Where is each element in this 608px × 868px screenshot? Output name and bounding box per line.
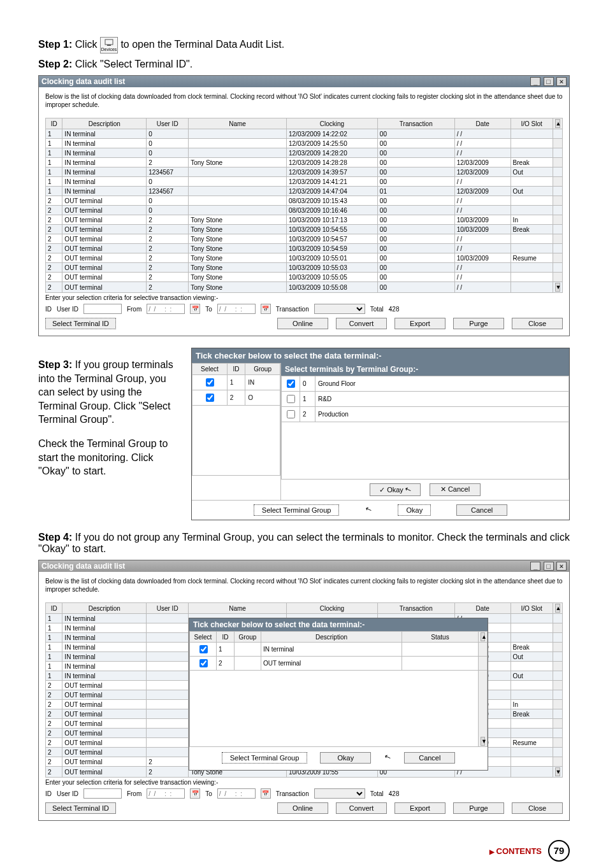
- export-button[interactable]: Export: [394, 318, 445, 329]
- online-button[interactable]: Online: [277, 318, 328, 329]
- table-row[interactable]: 2OUT terminal2Tony Stone10/03/2009 10:55…: [46, 273, 563, 282]
- filter-userid-input[interactable]: [83, 304, 122, 314]
- convert-button[interactable]: Convert: [336, 802, 387, 814]
- svg-rect-1: [107, 45, 111, 46]
- filter-trans-select[interactable]: [314, 788, 365, 799]
- col-desc[interactable]: Description: [62, 118, 147, 129]
- select-terminal-id-button[interactable]: Select Terminal ID: [45, 802, 116, 814]
- list-item[interactable]: 2OUT terminal: [190, 657, 488, 671]
- close-button[interactable]: Close: [512, 318, 563, 329]
- close-icon[interactable]: ×: [556, 562, 567, 571]
- table-row[interactable]: 2OUT terminal2Tony Stone10/03/2009 10:54…: [46, 244, 563, 253]
- clocking-audit-window: Clocking data audit list _ □ × Below is …: [38, 75, 570, 336]
- convert-button[interactable]: Convert: [336, 318, 387, 329]
- filter-to-input[interactable]: [217, 304, 256, 314]
- list-item[interactable]: 2O: [192, 390, 280, 406]
- cancel-button[interactable]: ✕ Cancel: [430, 483, 481, 496]
- col-id[interactable]: ID: [46, 603, 62, 614]
- minimize-icon[interactable]: _: [530, 77, 540, 86]
- calendar-icon[interactable]: 📅: [261, 788, 271, 799]
- maximize-icon[interactable]: □: [544, 77, 554, 86]
- calendar-icon[interactable]: 📅: [261, 304, 271, 314]
- cancel-button[interactable]: Cancel: [404, 752, 455, 764]
- col-slot[interactable]: I/O Slot: [510, 603, 553, 614]
- list-item[interactable]: 1IN terminal: [190, 643, 488, 657]
- filter-id-label: ID: [45, 790, 52, 797]
- close-button[interactable]: Close: [512, 802, 563, 814]
- scroll-up-icon[interactable]: ▲: [555, 119, 560, 128]
- col-desc[interactable]: Description: [62, 603, 147, 614]
- devices-icon-button[interactable]: Devices: [100, 37, 118, 53]
- table-row[interactable]: 1IN terminal012/03/2009 14:25:5000/ /: [46, 139, 563, 148]
- purge-button[interactable]: Purge: [453, 318, 504, 329]
- export-button[interactable]: Export: [394, 802, 445, 814]
- table-row[interactable]: 1IN terminal012/03/2009 14:28:2000/ /: [46, 148, 563, 158]
- table-row[interactable]: 1IN terminal2Tony Stone12/03/2009 14:28:…: [46, 158, 563, 167]
- scroll-down-icon[interactable]: ▼: [481, 737, 485, 746]
- filter-from-input[interactable]: [147, 788, 185, 799]
- col-clock[interactable]: Clocking: [286, 118, 377, 129]
- col-id[interactable]: ID: [46, 118, 62, 129]
- col-user[interactable]: User ID: [147, 118, 189, 129]
- contents-link[interactable]: CONTENTS: [489, 846, 542, 856]
- filter-to-input[interactable]: [217, 788, 256, 799]
- okay-button[interactable]: Okay: [398, 504, 431, 516]
- scroll-down-icon[interactable]: ▼: [555, 283, 560, 292]
- okay-button[interactable]: ✓ Okay↖: [370, 483, 421, 496]
- select-terminal-group-button[interactable]: Select Terminal Group: [222, 752, 308, 764]
- col-trans[interactable]: Transaction: [377, 118, 454, 129]
- maximize-icon[interactable]: □: [544, 562, 554, 571]
- col-trans[interactable]: Transaction: [377, 603, 454, 614]
- checkbox[interactable]: [206, 394, 214, 402]
- scroll-up-icon[interactable]: ▲: [481, 632, 485, 641]
- col-slot[interactable]: I/O Slot: [510, 118, 553, 129]
- table-row[interactable]: 2OUT terminal2Tony Stone10/03/2009 10:17…: [46, 215, 563, 225]
- checkbox[interactable]: [199, 659, 208, 667]
- calendar-icon[interactable]: 📅: [190, 304, 200, 314]
- checkbox[interactable]: [206, 378, 214, 387]
- list-item[interactable]: 0Ground Floor: [282, 376, 569, 392]
- purge-button[interactable]: Purge: [453, 802, 504, 814]
- col-name[interactable]: Name: [189, 118, 287, 129]
- scroll-down-icon[interactable]: ▼: [555, 767, 560, 776]
- checkbox[interactable]: [199, 645, 208, 653]
- okay-button[interactable]: Okay: [320, 752, 371, 764]
- col-clock[interactable]: Clocking: [286, 603, 377, 614]
- filter-from-input[interactable]: [147, 304, 185, 314]
- calendar-icon[interactable]: 📅: [190, 788, 200, 799]
- scroll-up-icon[interactable]: ▲: [555, 604, 560, 613]
- window-controls: _ □ ×: [530, 562, 567, 571]
- table-row[interactable]: 2OUT terminal008/03/2009 10:15:4300/ /: [46, 196, 563, 206]
- table-row[interactable]: 2OUT terminal008/03/2009 10:16:4600/ /: [46, 206, 563, 215]
- checkbox[interactable]: [287, 395, 295, 403]
- table-row[interactable]: 1IN terminal012/03/2009 14:22:0200/ /: [46, 129, 563, 139]
- select-terminal-group-button[interactable]: Select Terminal Group: [254, 504, 340, 516]
- step2-text: Click "Select Terminal ID".: [75, 59, 192, 69]
- table-row[interactable]: 1IN terminal123456712/03/2009 14:47:0401…: [46, 187, 563, 196]
- table-row[interactable]: 2OUT terminal2Tony Stone10/03/2009 10:55…: [46, 282, 563, 293]
- online-button[interactable]: Online: [277, 802, 328, 814]
- list-item[interactable]: 2Production: [282, 407, 569, 422]
- table-row[interactable]: 2OUT terminal2Tony Stone10/03/2009 10:54…: [46, 225, 563, 234]
- col-date[interactable]: Date: [454, 118, 510, 129]
- col-date[interactable]: Date: [454, 603, 510, 614]
- checkbox[interactable]: [287, 410, 295, 418]
- table-row[interactable]: 1IN terminal123456712/03/2009 14:39:5700…: [46, 167, 563, 177]
- col-name[interactable]: Name: [189, 603, 287, 614]
- table-row[interactable]: 2OUT terminal2Tony Stone10/03/2009 10:55…: [46, 253, 563, 263]
- minimize-icon[interactable]: _: [530, 562, 540, 571]
- filter-userid-label: User ID: [57, 306, 78, 313]
- close-icon[interactable]: ×: [556, 77, 567, 86]
- select-terminal-id-button[interactable]: Select Terminal ID: [45, 318, 116, 329]
- table-row[interactable]: 2OUT terminal2Tony Stone10/03/2009 10:54…: [46, 234, 563, 244]
- list-item[interactable]: 1IN: [192, 375, 280, 390]
- filter-trans-select[interactable]: [314, 304, 365, 314]
- checkbox[interactable]: [287, 380, 295, 388]
- list-item[interactable]: 1R&D: [282, 392, 569, 407]
- table-row[interactable]: 2OUT terminal2Tony Stone10/03/2009 10:55…: [46, 263, 563, 273]
- cancel-button[interactable]: Cancel: [456, 504, 507, 516]
- col-user[interactable]: User ID: [147, 603, 189, 614]
- filter-total-label: Total: [370, 306, 384, 313]
- table-row[interactable]: 1IN terminal012/03/2009 14:41:2100/ /: [46, 177, 563, 187]
- filter-userid-input[interactable]: [83, 788, 122, 799]
